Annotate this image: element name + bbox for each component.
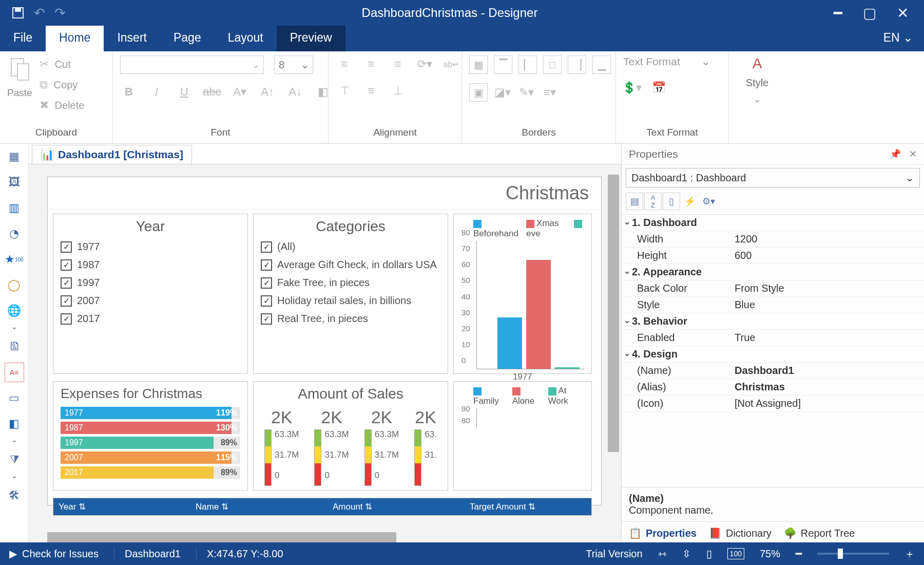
shrink-font-icon[interactable]: A↓ bbox=[286, 83, 304, 101]
fit-width-icon[interactable]: ⇿ bbox=[658, 548, 667, 560]
document-tab[interactable]: 📊 Dashboard1 [Christmas] bbox=[32, 145, 192, 164]
border-bottom-icon[interactable]: ▁ bbox=[592, 55, 611, 74]
chevron-down-icon[interactable]: ⌄ bbox=[11, 472, 17, 480]
paste-icon[interactable] bbox=[8, 55, 31, 82]
rail-shape-icon[interactable]: ◧ bbox=[5, 414, 24, 434]
grow-font-icon[interactable]: A↑ bbox=[259, 83, 276, 101]
save-icon[interactable] bbox=[11, 6, 25, 20]
pin-icon[interactable]: 📌 bbox=[890, 148, 901, 160]
rail-star-icon[interactable]: ★100 bbox=[5, 250, 24, 269]
category-checkbox[interactable]: ✓Fake Tree, in pieces bbox=[261, 277, 440, 289]
valign-bot-icon[interactable]: ⊥ bbox=[389, 82, 407, 100]
rail-barchart-icon[interactable]: ▥ bbox=[5, 198, 24, 218]
shadow-icon[interactable]: ◪▾ bbox=[494, 84, 511, 101]
bordercolor-icon[interactable]: ✎▾ bbox=[517, 84, 535, 101]
prop-row[interactable]: (Alias)Christmas bbox=[622, 379, 924, 396]
localize-icon[interactable]: ▯ bbox=[663, 193, 680, 210]
category-checkbox[interactable]: ✓Average Gift Check, in dollars USA bbox=[261, 259, 440, 271]
tab-dictionary[interactable]: 📕Dictionary bbox=[709, 527, 772, 539]
horizontal-scrollbar[interactable] bbox=[47, 532, 396, 543]
tab-preview[interactable]: Preview bbox=[277, 26, 345, 51]
language-selector[interactable]: EN ⌄ bbox=[883, 26, 924, 51]
table-header[interactable]: Year ⇅ bbox=[59, 501, 175, 512]
font-family-select[interactable]: ⌄ bbox=[120, 55, 264, 74]
rail-gauge-icon[interactable]: ◔ bbox=[5, 224, 24, 243]
rail-image-icon[interactable]: 🖼 bbox=[5, 173, 24, 192]
category-checkbox[interactable]: ✓Real Tree, in pieces bbox=[261, 313, 440, 325]
valign-mid-icon[interactable]: ≡ bbox=[362, 82, 380, 100]
date-icon[interactable]: 📅 bbox=[650, 79, 667, 97]
border-outer-icon[interactable]: ▣ bbox=[469, 83, 488, 102]
align-center-icon[interactable]: ≡ bbox=[362, 55, 380, 73]
rail-panel-icon[interactable]: ▭ bbox=[5, 388, 24, 408]
rail-grid-icon[interactable]: ▦ bbox=[5, 147, 24, 166]
table-header[interactable]: Name ⇅ bbox=[196, 501, 312, 512]
font-size-select[interactable]: 8⌄ bbox=[274, 55, 313, 74]
tab-properties[interactable]: 📋Properties bbox=[629, 527, 697, 539]
design-canvas[interactable]: Christmas Year ✓1977✓1987✓1997✓2007✓2017… bbox=[47, 177, 602, 505]
prop-row[interactable]: Height600 bbox=[622, 248, 924, 264]
rail-circle-icon[interactable]: ◯ bbox=[5, 275, 24, 295]
prop-row[interactable]: (Name)Dashboard1 bbox=[622, 363, 924, 379]
year-checkbox[interactable]: ✓1987 bbox=[61, 259, 240, 271]
tab-home[interactable]: Home bbox=[46, 26, 104, 51]
border-none-icon[interactable]: □ bbox=[543, 55, 562, 74]
settings-icon[interactable]: ⚙▾ bbox=[700, 193, 717, 210]
align-right-icon[interactable]: ≡ bbox=[389, 55, 407, 73]
prop-row[interactable]: Width1200 bbox=[622, 231, 924, 248]
italic-icon[interactable]: I bbox=[148, 83, 165, 101]
undo-icon[interactable]: ↶ bbox=[34, 5, 45, 21]
prop-row[interactable]: EnabledTrue bbox=[622, 330, 924, 346]
fit-height-icon[interactable]: ⇳ bbox=[682, 548, 691, 560]
prop-row[interactable]: (Icon)[Not Assigned] bbox=[622, 396, 924, 412]
year-checkbox[interactable]: ✓1977 bbox=[61, 241, 240, 253]
font-color-icon[interactable]: A▾ bbox=[231, 83, 248, 101]
zoom100-icon[interactable]: 100 bbox=[727, 548, 744, 559]
text-format-select[interactable]: Text Format⌄ bbox=[623, 55, 710, 68]
rail-text-icon[interactable]: A≡ bbox=[5, 363, 24, 382]
border-all-icon[interactable]: ▦ bbox=[469, 55, 488, 74]
borderstyle-icon[interactable]: ≡▾ bbox=[541, 84, 559, 101]
currency-icon[interactable]: 💲▾ bbox=[623, 79, 641, 97]
border-right-icon[interactable]: ▕ bbox=[568, 55, 586, 74]
sort-az-icon[interactable]: AZ bbox=[644, 193, 662, 210]
tab-file[interactable]: File bbox=[0, 26, 46, 51]
prop-group[interactable]: 3. Behavior bbox=[622, 313, 924, 330]
zoom-out-icon[interactable]: ━ bbox=[796, 548, 802, 560]
bold-icon[interactable]: B bbox=[120, 83, 138, 101]
prop-group[interactable]: 1. Dashboard bbox=[622, 215, 924, 231]
underline-icon[interactable]: U bbox=[176, 83, 193, 101]
valign-top-icon[interactable]: ⊤ bbox=[336, 82, 353, 100]
style-chevron-icon[interactable]: ⌄ bbox=[754, 94, 761, 105]
tab-layout[interactable]: Layout bbox=[215, 26, 277, 51]
border-left-icon[interactable]: ▏ bbox=[518, 55, 537, 74]
close-pane-icon[interactable]: ✕ bbox=[909, 148, 917, 160]
object-selector[interactable]: Dashboard1 : Dashboard⌄ bbox=[626, 168, 920, 187]
close-icon[interactable]: ✕ bbox=[897, 5, 909, 22]
categorize-icon[interactable]: ▤ bbox=[626, 193, 643, 210]
table-header[interactable]: Amount ⇅ bbox=[333, 501, 449, 512]
year-checkbox[interactable]: ✓2007 bbox=[61, 295, 240, 307]
prop-row[interactable]: StyleBlue bbox=[622, 297, 924, 313]
border-top-icon[interactable]: ▔ bbox=[494, 55, 512, 74]
align-left-icon[interactable]: ≡ bbox=[336, 55, 353, 73]
rotate-icon[interactable]: ⟳▾ bbox=[416, 55, 433, 73]
delete-button[interactable]: ✖Delete bbox=[40, 99, 85, 112]
zoom-slider[interactable] bbox=[817, 553, 889, 555]
wrap-icon[interactable]: ab↵ bbox=[442, 55, 460, 73]
tab-reporttree[interactable]: 🌳Report Tree bbox=[784, 527, 855, 539]
rail-picture-icon[interactable]: 🖻 bbox=[5, 337, 24, 356]
category-checkbox[interactable]: ✓(All) bbox=[261, 241, 440, 253]
page-icon[interactable]: ▯ bbox=[706, 548, 712, 560]
strike-icon[interactable]: abc bbox=[203, 83, 221, 101]
cut-button[interactable]: ✂Cut bbox=[40, 58, 85, 71]
table-header[interactable]: Target Amount ⇅ bbox=[470, 501, 586, 512]
copy-button[interactable]: ⧉Copy bbox=[40, 78, 85, 91]
check-issues-button[interactable]: ▶ Check for Issues bbox=[9, 548, 99, 560]
rail-tools-icon[interactable]: 🛠 bbox=[5, 486, 24, 505]
prop-group[interactable]: 4. Design bbox=[622, 346, 924, 363]
rail-filter-icon[interactable]: ⧩ bbox=[5, 450, 24, 469]
events-icon[interactable]: ⚡ bbox=[681, 193, 699, 210]
zoom-in-icon[interactable]: ＋ bbox=[904, 547, 915, 561]
prop-group[interactable]: 2. Appearance bbox=[622, 264, 924, 280]
